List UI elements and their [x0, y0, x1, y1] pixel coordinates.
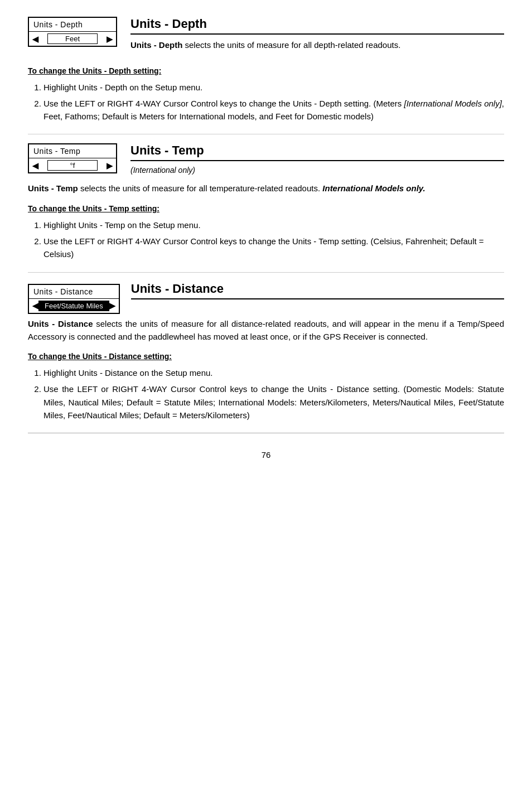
bottom-divider [28, 433, 504, 433]
units-depth-step2-pre: Use the LEFT or RIGHT 4-WAY Cursor Contr… [43, 99, 404, 108]
units-distance-title: Units - Distance [131, 282, 504, 299]
units-distance-right-arrow[interactable]: ▶ [109, 301, 115, 310]
units-depth-title: Units - Depth [130, 17, 504, 35]
units-depth-change-heading: To change the Units - Depth setting: [28, 66, 504, 75]
units-temp-description: Units - Temp selects the units of measur… [28, 182, 504, 195]
units-depth-desc-text: selects the units of measure for all dep… [182, 40, 400, 50]
units-depth-desc-bold: Units - Depth [130, 40, 182, 50]
units-temp-step1: Highlight Units - Temp on the Setup menu… [43, 219, 504, 231]
units-depth-widget: Units - Depth ◀ Feet ▶ [28, 17, 117, 47]
units-distance-steps: Highlight Units - Distance on the Setup … [43, 366, 504, 422]
units-temp-desc-italic: International Models only. [322, 183, 425, 193]
units-distance-left-arrow[interactable]: ◀ [32, 301, 38, 310]
divider-1 [28, 134, 504, 134]
units-temp-control: ◀ °f ▶ [29, 158, 116, 172]
units-depth-step2-italic: [International Models only] [404, 99, 502, 108]
units-temp-steps: Highlight Units - Temp on the Setup menu… [43, 219, 504, 261]
units-distance-widget: Units - Distance ◀ Feet/Statute Miles ▶ [28, 284, 120, 314]
units-distance-value: Feet/Statute Miles [38, 301, 109, 311]
units-temp-widget: Units - Temp ◀ °f ▶ [28, 143, 117, 173]
units-temp-left-arrow[interactable]: ◀ [32, 161, 38, 170]
units-distance-section: Units - Distance ◀ Feet/Statute Miles ▶ … [28, 282, 504, 314]
units-temp-subtitle: (International only) [130, 166, 504, 175]
units-depth-control: ◀ Feet ▶ [29, 32, 116, 46]
units-distance-widget-title: Units - Distance [29, 285, 119, 299]
page-number: 76 [28, 450, 504, 465]
units-distance-change-heading: To change the Units - Distance setting: [28, 352, 504, 361]
units-depth-step1: Highlight Units - Depth on the Setup men… [43, 81, 504, 94]
units-depth-left-arrow[interactable]: ◀ [32, 35, 38, 43]
units-depth-steps: Highlight Units - Depth on the Setup men… [43, 81, 504, 123]
units-temp-value: °f [47, 160, 98, 171]
units-temp-desc-text: selects the units of measure for all tem… [78, 183, 320, 193]
units-distance-desc-bold: Units - Distance [28, 319, 93, 328]
units-distance-step1: Highlight Units - Distance on the Setup … [43, 366, 504, 379]
units-distance-step2: Use the LEFT or RIGHT 4-WAY Cursor Contr… [43, 383, 504, 422]
divider-2 [28, 272, 504, 273]
units-depth-step2: Use the LEFT or RIGHT 4-WAY Cursor Contr… [43, 97, 504, 123]
units-depth-right-arrow[interactable]: ▶ [107, 35, 113, 43]
units-temp-title: Units - Temp [130, 143, 504, 161]
units-depth-value: Feet [47, 33, 98, 44]
units-depth-description: Units - Depth selects the units of measu… [130, 39, 504, 52]
units-temp-desc-bold: Units - Temp [28, 183, 78, 193]
units-distance-control: ◀ Feet/Statute Miles ▶ [29, 299, 119, 313]
units-depth-widget-title: Units - Depth [29, 18, 116, 32]
units-temp-content: Units - Temp (International only) [130, 143, 504, 177]
units-temp-change-heading: To change the Units - Temp setting: [28, 204, 504, 213]
units-distance-description: Units - Distance selects the units of me… [28, 317, 504, 344]
units-depth-section: Units - Depth ◀ Feet ▶ Units - Depth Uni… [28, 17, 504, 61]
units-temp-right-arrow[interactable]: ▶ [107, 161, 113, 170]
units-depth-content: Units - Depth Units - Depth selects the … [130, 17, 504, 61]
units-temp-step2: Use the LEFT or RIGHT 4-WAY Cursor Contr… [43, 235, 504, 261]
units-temp-section: Units - Temp ◀ °f ▶ Units - Temp (Intern… [28, 143, 504, 177]
units-distance-desc-text: selects the units of measure for all dis… [28, 319, 504, 341]
units-distance-content: Units - Distance [131, 282, 504, 304]
units-temp-widget-title: Units - Temp [29, 144, 116, 158]
